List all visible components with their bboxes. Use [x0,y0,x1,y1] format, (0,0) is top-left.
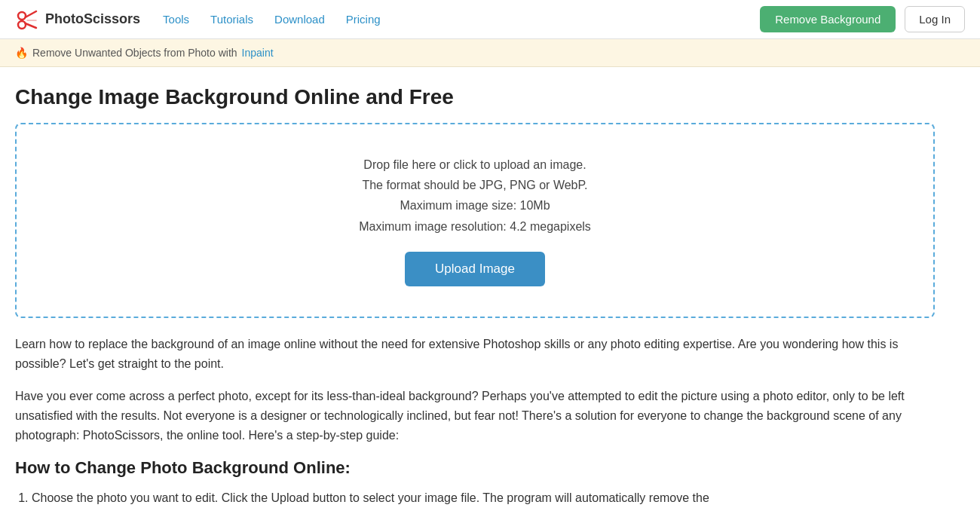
nav-link-download[interactable]: Download [274,13,325,26]
steps-list: Choose the photo you want to edit. Click… [15,488,935,508]
nav-links: Tools Tutorials Download Pricing [163,13,760,26]
remove-background-button[interactable]: Remove Background [760,6,896,32]
upload-hint-line2: The format should be JPG, PNG or WebP. [32,175,918,195]
announcement-text: Remove Unwanted Objects from Photo with [32,47,237,59]
step-1: Choose the photo you want to edit. Click… [32,488,935,508]
announcement-emoji: 🔥 [15,47,28,59]
upload-hint-line3: Maximum image size: 10Mb [32,195,918,216]
brand-logo-link[interactable]: PhotoScissors [15,8,140,32]
navbar: PhotoScissors Tools Tutorials Download P… [0,0,980,39]
how-to-heading: How to Change Photo Background Online: [15,458,935,478]
login-button[interactable]: Log In [905,6,965,32]
svg-point-1 [18,21,26,29]
page-title: Change Image Background Online and Free [15,85,935,109]
inpaint-link[interactable]: Inpaint [242,47,274,59]
upload-hint-line1: Drop file here or click to upload an ima… [32,154,918,175]
svg-line-3 [26,23,37,28]
brand-name: PhotoScissors [45,11,140,27]
upload-hint-line4: Maximum image resolution: 4.2 megapixels [32,216,918,237]
svg-point-0 [18,12,26,20]
nav-link-pricing[interactable]: Pricing [346,13,381,26]
upload-zone[interactable]: Drop file here or click to upload an ima… [15,123,935,318]
upload-zone-text: Drop file here or click to upload an ima… [32,154,918,237]
main-content: Change Image Background Online and Free … [0,67,950,517]
intro-paragraph-1: Learn how to replace the background of a… [15,335,935,375]
nav-actions: Remove Background Log In [760,6,965,32]
intro-paragraph-2: Have you ever come across a perfect phot… [15,387,935,446]
scissors-icon [15,8,39,32]
nav-link-tutorials[interactable]: Tutorials [210,13,253,26]
nav-link-tools[interactable]: Tools [163,13,189,26]
svg-line-2 [26,11,37,17]
announcement-bar: 🔥 Remove Unwanted Objects from Photo wit… [0,39,980,67]
upload-image-button[interactable]: Upload Image [405,252,545,286]
